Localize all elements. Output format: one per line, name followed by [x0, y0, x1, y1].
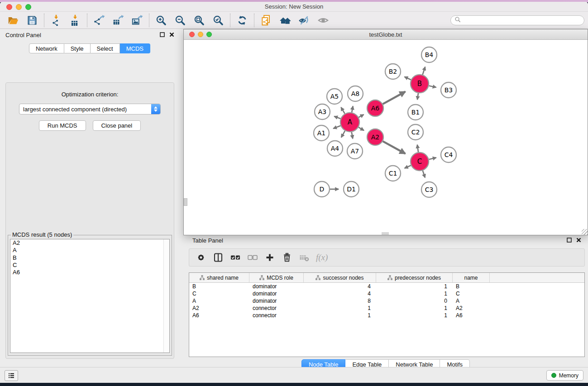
edge-C-C1[interactable] [405, 165, 411, 168]
list-scrollbar[interactable] [163, 239, 169, 353]
graph-node-D1[interactable]: D1 [344, 181, 359, 197]
edge-A-A3[interactable] [334, 116, 340, 119]
tab-select[interactable]: Select [91, 43, 120, 53]
edge-B-B2[interactable] [405, 77, 411, 80]
graph-node-B1[interactable]: B1 [408, 105, 423, 120]
edge-B-B1[interactable] [417, 93, 418, 100]
graph-node-C3[interactable]: C3 [421, 182, 437, 197]
table-cell[interactable]: 4 [304, 283, 376, 290]
import-table-icon[interactable] [67, 13, 83, 28]
edge-B-B4[interactable] [423, 67, 425, 75]
zoom-fit-icon[interactable] [191, 13, 207, 28]
tab-network[interactable]: Network [29, 43, 64, 53]
table-row[interactable]: A6connector11A6 [189, 312, 584, 319]
table-cell[interactable]: 1 [376, 291, 453, 297]
import-network-icon[interactable] [48, 13, 64, 28]
mcds-result-item[interactable]: B [10, 254, 169, 262]
graph-node-A3[interactable]: A3 [315, 104, 330, 119]
close-panel-button[interactable]: Close panel [93, 120, 141, 131]
table-row[interactable]: A2connector11A2 [189, 305, 584, 312]
float-panel-icon[interactable] [159, 32, 165, 38]
mcds-result-list[interactable]: A2ABCA6 [10, 239, 170, 353]
table-cell[interactable]: 1 [304, 312, 376, 319]
show-hide-graphics-details-icon[interactable] [296, 13, 312, 28]
open-session-icon[interactable] [5, 13, 21, 28]
graph-node-A[interactable]: A [340, 113, 359, 132]
table-cell[interactable]: C [453, 291, 490, 297]
network-canvas[interactable]: B4B2BB3A5A8A6B1A3AA1C2A2A4A7C4CC1C3DD1 [184, 40, 588, 235]
edge-A-A6[interactable] [359, 114, 363, 117]
graph-node-B4[interactable]: B4 [421, 47, 437, 62]
select-all-rows-icon[interactable] [228, 250, 243, 265]
memory-button[interactable]: Memory [546, 370, 583, 381]
table-cell[interactable]: 8 [304, 298, 376, 304]
table-cell[interactable]: 1 [376, 312, 453, 319]
criterion-dropdown[interactable]: largest connected component (directed) [19, 104, 161, 114]
edge-B-B3[interactable] [429, 86, 436, 87]
close-table-panel-icon[interactable] [576, 237, 582, 243]
edge-A-A5[interactable] [341, 107, 344, 114]
edge-C-C2[interactable] [417, 145, 418, 152]
table-cell[interactable]: A6 [189, 312, 249, 319]
mcds-result-item[interactable]: C [10, 262, 169, 269]
table-cell[interactable]: dominator [249, 298, 304, 304]
show-columns-icon[interactable] [211, 250, 225, 265]
table-cell[interactable]: 1 [376, 305, 453, 311]
column-header-shared-name[interactable]: shared name [189, 273, 249, 282]
graph-node-A7[interactable]: A7 [347, 143, 363, 159]
table-cell[interactable]: A2 [189, 305, 249, 311]
table-cell[interactable]: 1 [304, 305, 376, 311]
edge-A-A4[interactable] [341, 131, 345, 137]
table-row[interactable]: Cdominator41C [189, 290, 584, 297]
table-row[interactable]: Adominator80A [189, 297, 584, 305]
zoom-in-icon[interactable] [153, 13, 169, 28]
network-window-titlebar[interactable]: testGlobe.txt [184, 29, 588, 40]
graph-node-A6[interactable]: A6 [367, 100, 383, 116]
table-cell[interactable]: dominator [249, 291, 304, 297]
new-network-from-selection-icon[interactable] [258, 13, 274, 28]
edge-A-A1[interactable] [333, 126, 340, 129]
table-cell[interactable]: dominator [249, 283, 304, 290]
delete-columns-icon[interactable] [280, 250, 294, 265]
task-history-button[interactable] [5, 370, 18, 381]
graph-node-A2[interactable]: A2 [367, 129, 383, 145]
search-field[interactable] [450, 15, 584, 25]
table-cell[interactable]: connector [249, 312, 304, 319]
zoom-out-icon[interactable] [172, 13, 188, 28]
first-neighbors-icon[interactable] [277, 13, 293, 28]
float-table-panel-icon[interactable] [566, 237, 572, 243]
graph-node-C4[interactable]: C4 [441, 147, 456, 162]
column-header-successor-nodes[interactable]: successor nodes [304, 273, 376, 282]
table-cell[interactable]: connector [249, 305, 304, 311]
export-image-icon[interactable] [129, 13, 145, 28]
tab-mcds[interactable]: MCDS [120, 43, 150, 53]
refresh-icon[interactable] [234, 13, 250, 28]
search-input[interactable] [463, 17, 580, 24]
edge-A-A2[interactable] [359, 127, 364, 130]
column-header-predecessor-nodes[interactable]: predecessor nodes [376, 273, 453, 282]
graph-node-A8[interactable]: A8 [348, 86, 363, 101]
table-cell[interactable]: B [453, 283, 490, 290]
export-table-icon[interactable] [110, 13, 126, 28]
edge-A-A7[interactable] [352, 132, 353, 139]
table-cell[interactable]: B [189, 283, 249, 290]
canvas-vertical-scrollbar[interactable] [184, 198, 187, 206]
export-network-icon[interactable] [91, 13, 107, 28]
graph-node-D[interactable]: D [314, 181, 330, 197]
edge-C-C4[interactable] [429, 157, 436, 159]
create-column-icon[interactable] [263, 250, 277, 265]
edge-A6-B[interactable] [383, 91, 406, 104]
column-settings-gear-icon[interactable] [194, 250, 208, 265]
graph-node-B[interactable]: B [411, 75, 429, 93]
table-cell[interactable]: 0 [376, 298, 453, 304]
graph-node-C2[interactable]: C2 [408, 124, 423, 140]
graph-node-A5[interactable]: A5 [327, 89, 342, 104]
graph-node-B3[interactable]: B3 [441, 82, 456, 98]
column-header-MCDS-role[interactable]: MCDS role [249, 273, 304, 282]
save-session-icon[interactable] [24, 13, 40, 28]
column-header-name[interactable]: name [453, 273, 490, 282]
mcds-result-item[interactable]: A6 [10, 269, 169, 276]
mcds-result-item[interactable]: A2 [10, 239, 169, 247]
edge-A-A8[interactable] [352, 106, 353, 113]
table-cell[interactable]: C [189, 291, 249, 297]
